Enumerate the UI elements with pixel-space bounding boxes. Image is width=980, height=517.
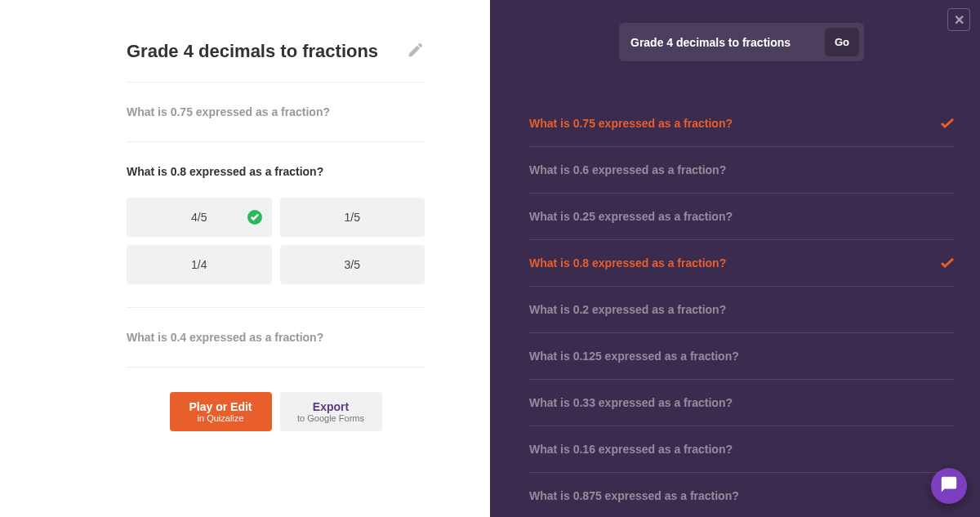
export-button[interactable]: Export to Google Forms <box>280 392 382 431</box>
question-item[interactable]: What is 0.4 expressed as a fraction? <box>127 308 425 368</box>
result-label: What is 0.2 expressed as a fraction? <box>529 303 726 316</box>
questions-list: What is 0.75 expressed as a fraction?Wha… <box>127 82 425 368</box>
selected-check-icon <box>941 258 954 268</box>
answer-label: 1/4 <box>191 258 207 271</box>
answer-option[interactable]: 1/5 <box>280 198 425 237</box>
result-item[interactable]: What is 0.2 expressed as a fraction? <box>529 287 954 333</box>
play-edit-button[interactable]: Play or Edit in Quizalize <box>170 392 272 431</box>
answer-option[interactable]: 1/4 <box>127 245 272 284</box>
result-label: What is 0.75 expressed as a fraction? <box>529 117 733 130</box>
search-input[interactable] <box>630 36 825 49</box>
result-label: What is 0.16 expressed as a fraction? <box>529 443 733 456</box>
result-label: What is 0.33 expressed as a fraction? <box>529 396 733 409</box>
result-item[interactable]: What is 0.125 expressed as a fraction? <box>529 333 954 380</box>
go-button[interactable]: Go <box>825 28 859 56</box>
play-edit-sub: in Quizalize <box>186 413 256 423</box>
result-item[interactable]: What is 0.16 expressed as a fraction? <box>529 426 954 473</box>
answer-option[interactable]: 3/5 <box>280 245 425 284</box>
answers-grid: 4/51/51/43/5 <box>127 198 425 284</box>
results-list: What is 0.75 expressed as a fraction?Wha… <box>529 100 954 517</box>
chat-icon <box>940 475 958 497</box>
search-bar: Go <box>619 23 864 61</box>
question-item: What is 0.8 expressed as a fraction?4/51… <box>127 142 425 308</box>
search-results-panel: ✕ Go What is 0.75 expressed as a fractio… <box>490 0 980 517</box>
result-label: What is 0.25 expressed as a fraction? <box>529 210 733 223</box>
answer-option[interactable]: 4/5 <box>127 198 272 237</box>
selected-check-icon <box>941 118 954 128</box>
result-item[interactable]: What is 0.25 expressed as a fraction? <box>529 194 954 240</box>
close-button[interactable]: ✕ <box>947 8 970 31</box>
question-text: What is 0.8 expressed as a fraction? <box>127 165 425 178</box>
export-sub: to Google Forms <box>296 413 366 423</box>
result-item[interactable]: What is 0.8 expressed as a fraction? <box>529 240 954 287</box>
export-main: Export <box>296 400 366 413</box>
result-label: What is 0.875 expressed as a fraction? <box>529 489 739 502</box>
result-item[interactable]: What is 0.75 expressed as a fraction? <box>529 100 954 147</box>
question-text: What is 0.75 expressed as a fraction? <box>127 105 330 118</box>
answer-label: 4/5 <box>191 211 207 224</box>
question-item[interactable]: What is 0.75 expressed as a fraction? <box>127 82 425 142</box>
correct-check-icon <box>247 210 262 225</box>
result-item[interactable]: What is 0.33 expressed as a fraction? <box>529 380 954 426</box>
action-row: Play or Edit in Quizalize Export to Goog… <box>127 368 425 431</box>
question-text: What is 0.4 expressed as a fraction? <box>127 331 323 344</box>
play-edit-main: Play or Edit <box>186 400 256 413</box>
result-label: What is 0.125 expressed as a fraction? <box>529 350 739 363</box>
chat-launcher[interactable] <box>931 468 967 504</box>
answer-label: 3/5 <box>345 258 360 271</box>
answer-label: 1/5 <box>345 211 360 224</box>
result-label: What is 0.6 expressed as a fraction? <box>529 163 726 176</box>
result-item[interactable]: What is 0.6 expressed as a fraction? <box>529 147 954 194</box>
edit-icon[interactable] <box>407 41 425 62</box>
quiz-header: Grade 4 decimals to fractions <box>127 41 425 82</box>
close-icon: ✕ <box>954 12 964 28</box>
result-label: What is 0.8 expressed as a fraction? <box>529 256 726 270</box>
quiz-editor-panel: Grade 4 decimals to fractions What is 0.… <box>0 0 490 517</box>
quiz-title: Grade 4 decimals to fractions <box>127 41 378 62</box>
result-item[interactable]: What is 0.875 expressed as a fraction? <box>529 473 954 517</box>
